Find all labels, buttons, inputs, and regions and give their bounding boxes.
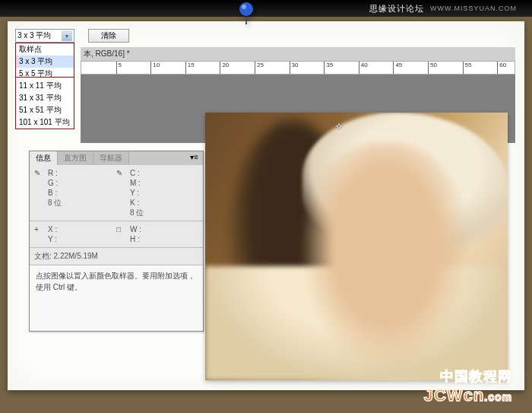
dropdown-item[interactable]: 5 x 5 平均 <box>16 68 74 80</box>
k-label: K : <box>130 198 139 208</box>
ruler-tick: 30 <box>290 62 299 74</box>
y-label: Y : <box>130 188 139 198</box>
photo-sweater-region <box>205 266 508 380</box>
sample-size-select[interactable]: 3 x 3 平均 ▾ <box>15 29 74 43</box>
dimensions-icon: □ <box>116 224 127 234</box>
color-readout: ✎R : G : B : 8 位 ✎C : M : Y : K : 8 位 <box>30 165 203 221</box>
dropdown-item[interactable]: 取样点 <box>16 43 74 56</box>
site-name: 思缘设计论坛 <box>369 3 424 14</box>
ruler-tick: 50 <box>428 62 437 74</box>
dropdown-item[interactable]: 101 x 101 平均 <box>16 116 74 129</box>
options-bar: 3 x 3 平均 ▾ 清除 <box>15 29 129 43</box>
horizontal-ruler: 5 10 15 20 25 30 35 40 45 50 55 60 <box>81 61 515 75</box>
dropdown-highlight-border <box>15 77 74 78</box>
g-label: G : <box>48 178 58 188</box>
dropdown-item[interactable]: 3 x 3 平均 <box>16 56 74 68</box>
tab-histogram[interactable]: 直方图 <box>58 151 93 165</box>
panel-menu-icon[interactable]: ▾≡ <box>185 151 203 165</box>
document-tab-bar: 本, RGB/16] * <box>81 47 515 61</box>
paper-frame: 3 x 3 平均 ▾ 清除 取样点 3 x 3 平均 5 x 5 平均 11 x… <box>8 21 524 390</box>
watermark-main: JCWcn <box>424 386 485 405</box>
position-readout: +X : Y : □W : H : <box>30 221 203 248</box>
x-label: X : <box>48 224 57 234</box>
ruler-tick: 10 <box>150 62 160 74</box>
watermark-ext: com <box>488 391 512 403</box>
sample-size-value: 3 x 3 平均 <box>17 30 51 41</box>
ruler-tick: 25 <box>255 62 264 74</box>
tab-navigator[interactable]: 导航器 <box>93 151 129 165</box>
bit-depth: 8 位 <box>48 198 62 208</box>
ruler-tick: 45 <box>393 62 402 74</box>
clear-button[interactable]: 清除 <box>88 29 129 43</box>
chevron-down-icon: ▾ <box>62 30 72 41</box>
c-label: C : <box>130 168 140 178</box>
info-panel: 信息 直方图 导航器 ▾≡ ✎R : G : B : 8 位 ✎C : M : … <box>29 151 204 332</box>
info-panel-tabs: 信息 直方图 导航器 ▾≡ <box>30 151 203 165</box>
ruler-tick: 55 <box>463 62 472 74</box>
info-hint: 点按图像以置入新颜色取样器。要用附加选项，使用 Ctrl 键。 <box>30 265 203 331</box>
canvas-image[interactable]: ✧ <box>205 113 508 380</box>
ruler-tick: 5 <box>116 62 122 74</box>
doc-size: 文档: 2.22M/5.19M <box>30 248 203 265</box>
b-label: B : <box>48 188 57 198</box>
m-label: M : <box>130 178 141 188</box>
eyedropper-icon: ✎ <box>34 168 45 178</box>
svg-point-1 <box>242 5 246 9</box>
tab-info[interactable]: 信息 <box>30 151 58 165</box>
eyedropper-icon: ✎ <box>116 168 127 178</box>
y-label: Y : <box>48 234 57 244</box>
sample-size-dropdown: 取样点 3 x 3 平均 5 x 5 平均 11 x 11 平均 31 x 31… <box>15 43 74 129</box>
w-label: W : <box>130 224 141 234</box>
crosshair-icon: + <box>34 224 45 234</box>
r-label: R : <box>48 168 58 178</box>
dropdown-item[interactable]: 11 x 11 平均 <box>16 80 74 92</box>
svg-point-0 <box>239 2 253 16</box>
dropdown-item[interactable]: 51 x 51 平均 <box>16 104 74 116</box>
ruler-tick: 60 <box>497 62 506 74</box>
pushpin-icon <box>236 2 257 30</box>
bit-depth: 8 位 <box>130 208 144 218</box>
doc-size-value: 文档: 2.22M/5.19M <box>34 251 98 262</box>
ruler-tick: 35 <box>324 62 333 74</box>
ruler-tick: 15 <box>185 62 195 74</box>
watermark-cn: 中国教程网 <box>440 367 512 386</box>
site-url: WWW.MISSYUAN.COM <box>430 5 517 12</box>
h-label: H : <box>130 234 140 244</box>
dropdown-item[interactable]: 31 x 31 平均 <box>16 92 74 104</box>
site-header: 思缘设计论坛 WWW.MISSYUAN.COM <box>0 0 532 17</box>
color-sampler-cursor: ✧ <box>334 120 345 131</box>
document-tab[interactable]: 本, RGB/16] * <box>84 49 130 59</box>
ruler-tick: 20 <box>220 62 229 74</box>
photo-hat-region <box>302 113 508 249</box>
watermark-domain: JCWcn.com <box>424 386 512 405</box>
ruler-tick: 40 <box>359 62 368 74</box>
